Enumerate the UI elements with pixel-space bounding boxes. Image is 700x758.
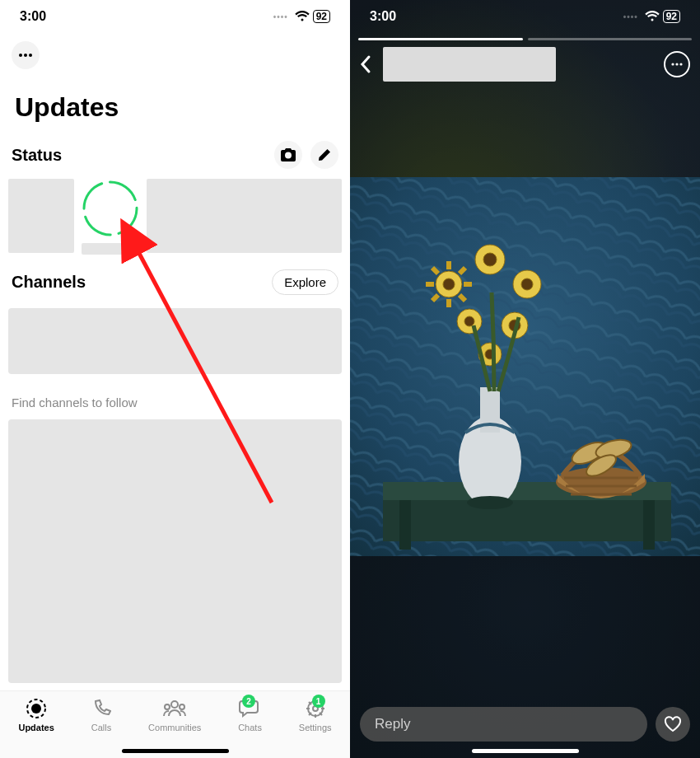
story-more-button[interactable] [664, 51, 690, 77]
back-button[interactable] [360, 50, 376, 78]
tab-label: Chats [238, 723, 262, 732]
tab-label: Communities [148, 723, 201, 732]
clock: 3:00 [20, 9, 46, 24]
contact-name-placeholder[interactable] [383, 47, 556, 82]
battery-indicator: 92 [663, 10, 680, 23]
svg-point-13 [675, 63, 678, 65]
progress-segment [528, 38, 693, 40]
channels-heading: Channels [12, 273, 86, 292]
updates-icon [26, 698, 47, 719]
channel-item-placeholder[interactable] [8, 308, 342, 374]
chevron-left-icon [360, 54, 371, 74]
svg-rect-19 [383, 500, 671, 541]
progress-segment [358, 38, 523, 40]
svg-point-2 [29, 54, 32, 57]
phone-icon [91, 699, 111, 718]
cellular-dots-icon: •••• [623, 12, 638, 21]
camera-button[interactable] [274, 141, 302, 169]
reply-input[interactable]: Reply [360, 707, 647, 742]
svg-point-12 [671, 63, 674, 65]
story-progress-bar [350, 33, 700, 44]
status-list [0, 174, 350, 260]
compose-button[interactable] [310, 141, 338, 169]
status-viewer-screen: 3:00 •••• 92 [350, 0, 700, 758]
heart-icon [664, 716, 682, 732]
more-options-button[interactable] [12, 41, 40, 69]
channel-suggestions-placeholder[interactable] [8, 419, 342, 683]
tab-chats[interactable]: 2 Chats [238, 696, 262, 758]
svg-point-0 [19, 54, 22, 57]
status-heading: Status [12, 146, 62, 165]
status-bar: 3:00 •••• 92 [350, 0, 700, 33]
wifi-icon [295, 11, 310, 22]
wifi-icon [645, 11, 660, 22]
svg-rect-21 [643, 500, 655, 550]
svg-point-9 [180, 704, 184, 709]
svg-point-8 [165, 704, 170, 709]
svg-point-38 [521, 278, 533, 290]
svg-point-40 [464, 316, 474, 326]
tab-settings[interactable]: 1 Settings [299, 696, 332, 758]
communities-icon [162, 700, 187, 718]
status-section-header: Status [0, 131, 350, 174]
pencil-icon [318, 148, 331, 161]
svg-point-26 [443, 278, 455, 290]
svg-point-7 [171, 701, 178, 708]
status-item[interactable] [81, 179, 140, 255]
status-ring-icon [81, 179, 140, 238]
tab-calls[interactable]: Calls [91, 696, 111, 758]
svg-rect-20 [399, 500, 411, 550]
ellipsis-icon [19, 54, 32, 57]
updates-screen: 3:00 •••• 92 Updates Status [0, 0, 350, 758]
home-indicator[interactable] [122, 749, 229, 753]
home-indicator[interactable] [472, 749, 579, 753]
clock: 3:00 [370, 9, 396, 24]
tab-label: Updates [18, 723, 54, 732]
story-image[interactable] [350, 177, 700, 556]
battery-indicator: 92 [313, 10, 330, 23]
like-button[interactable] [656, 707, 690, 742]
reply-bar: Reply [350, 707, 700, 742]
find-channels-label: Find channels to follow [0, 382, 350, 414]
explore-button[interactable]: Explore [272, 269, 338, 295]
svg-point-3 [84, 182, 137, 235]
badge: 2 [242, 695, 255, 708]
status-bar: 3:00 •••• 92 [0, 0, 350, 33]
channels-section-header: Channels Explore [0, 260, 350, 300]
my-status-placeholder[interactable] [8, 179, 74, 253]
svg-point-14 [679, 63, 682, 65]
tab-updates[interactable]: Updates [18, 696, 54, 758]
status-name-placeholder [82, 243, 139, 255]
cellular-dots-icon: •••• [273, 12, 288, 21]
status-indicators: •••• 92 [273, 10, 330, 23]
svg-point-24 [467, 496, 513, 509]
badge: 1 [312, 695, 325, 708]
tab-label: Calls [91, 723, 111, 732]
svg-point-1 [24, 54, 27, 57]
tab-label: Settings [299, 723, 332, 732]
page-title: Updates [0, 69, 350, 131]
story-header [350, 44, 700, 82]
status-indicators: •••• 92 [623, 10, 680, 23]
svg-point-36 [483, 253, 497, 266]
reply-placeholder: Reply [375, 716, 410, 732]
tab-bar: Updates Calls Communities 2 Chats 1 Sett… [0, 690, 350, 758]
ellipsis-icon [671, 63, 683, 66]
svg-point-6 [31, 704, 41, 714]
status-placeholder[interactable] [147, 179, 342, 253]
camera-icon [281, 148, 296, 161]
